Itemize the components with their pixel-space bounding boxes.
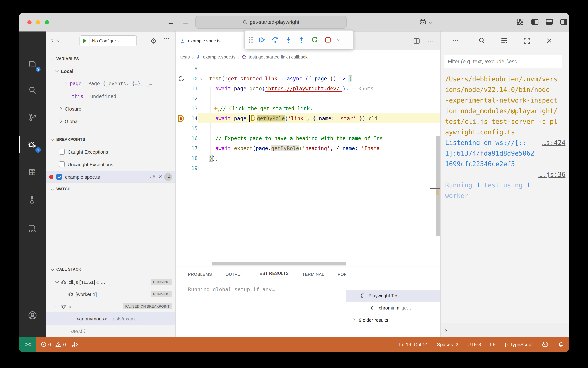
- tree-row-older-results[interactable]: 9 older results: [346, 314, 440, 326]
- continue-icon[interactable]: [258, 36, 266, 44]
- indentation[interactable]: Spaces: 2: [437, 342, 458, 347]
- tab-test-results[interactable]: TEST RESULTS: [257, 271, 289, 277]
- code-line-19[interactable]: 19: [176, 163, 440, 173]
- tab-example-spec[interactable]: example.spec.ts: [176, 31, 250, 50]
- forward-arrow-icon[interactable]: →: [182, 17, 190, 27]
- tab-output[interactable]: OUTPUT: [225, 272, 243, 276]
- toggle-secondary-sidebar-icon[interactable]: [560, 19, 567, 25]
- editor-horizontal-scrollbar[interactable]: [212, 262, 346, 266]
- code-line-15[interactable]: 15: [176, 123, 440, 133]
- line-number[interactable]: 14: [187, 113, 198, 123]
- debug-status-icon[interactable]: [72, 341, 79, 348]
- breakpoint-file-row[interactable]: example.spec.ts t✎ ✕ 14: [46, 171, 175, 183]
- split-editor-icon[interactable]: [414, 38, 420, 44]
- code-line-12[interactable]: 12: [176, 93, 440, 103]
- toolbar-drag-handle[interactable]: [249, 37, 253, 43]
- code-line-18[interactable]: 18});: [176, 153, 440, 163]
- line-number[interactable]: 18: [187, 153, 198, 163]
- code-line-17[interactable]: 17 await expect(page.getByRole('heading'…: [176, 143, 440, 153]
- code-line-11[interactable]: 11 await page.goto('https://playwright.d…: [176, 83, 440, 93]
- console-filter-icon[interactable]: [501, 38, 508, 44]
- expand-icon[interactable]: [524, 38, 530, 44]
- language-mode[interactable]: {}TypeScript: [505, 342, 533, 347]
- step-into-icon[interactable]: [285, 36, 292, 44]
- tree-row-playwright[interactable]: Playwright Tes…: [346, 290, 440, 302]
- scope-global[interactable]: Global: [46, 115, 175, 127]
- copilot-status-icon[interactable]: [542, 341, 549, 348]
- caught-exceptions-checkbox[interactable]: [59, 149, 65, 155]
- close-window-button[interactable]: [27, 20, 31, 24]
- activitybar-source-control[interactable]: [19, 107, 46, 128]
- editor-more-actions-icon[interactable]: ⋯: [427, 37, 434, 45]
- line-number[interactable]: 10: [187, 74, 198, 83]
- remote-indicator[interactable]: ><: [19, 337, 36, 352]
- callstack-session-row[interactable]: cli.js [41151] « … RUNNING: [46, 276, 175, 288]
- console-output[interactable]: /Users/debbieobrien/.nvm/versions/node/v…: [445, 74, 566, 201]
- code-line-10[interactable]: 10test('get started link', async ({ page…: [176, 74, 440, 83]
- editor-vertical-scrollbar[interactable]: [436, 64, 440, 266]
- close-icon[interactable]: [546, 38, 552, 44]
- notifications-bell-icon[interactable]: [558, 341, 564, 348]
- breadcrumb-folder[interactable]: tests: [180, 54, 190, 59]
- activitybar-extensions[interactable]: [19, 162, 46, 183]
- code-text[interactable]: await page.getByRole('link', { name: 'st…: [207, 113, 440, 123]
- uncaught-exceptions-row[interactable]: Uncaught Exceptions: [46, 158, 175, 170]
- line-number[interactable]: 9: [187, 64, 198, 74]
- back-arrow-icon[interactable]: ←: [167, 17, 175, 27]
- line-number[interactable]: 13: [187, 103, 198, 113]
- show-more-link[interactable]: Show 5 More: Skipped by skip!: [46, 335, 175, 337]
- step-out-icon[interactable]: [298, 36, 305, 44]
- uncaught-exceptions-checkbox[interactable]: [59, 161, 65, 167]
- breakpoints-section-header[interactable]: BREAKPOINTS: [46, 133, 175, 146]
- variable-page-row[interactable]: page=Page {_events: {…}, _…: [46, 77, 175, 90]
- step-over-icon[interactable]: [271, 36, 279, 44]
- debug-settings-gear-icon[interactable]: ⚙: [150, 37, 157, 45]
- activitybar-log[interactable]: LOG: [19, 217, 46, 238]
- callstack-paused-row[interactable]: p… PAUSED ON BREAKPOINT: [46, 300, 175, 313]
- callstack-frame-row[interactable]: <anonymous> tests/exam…: [46, 313, 175, 325]
- line-number[interactable]: 19: [187, 163, 198, 173]
- copilot-icon[interactable]: [419, 18, 427, 26]
- line-number[interactable]: 16: [187, 133, 198, 143]
- code-text[interactable]: test('get started link', async ({ page }…: [207, 74, 440, 83]
- toggle-panel-icon[interactable]: [546, 19, 553, 25]
- command-center-search[interactable]: get-started-playwright: [195, 16, 347, 29]
- activitybar-explorer[interactable]: [19, 54, 46, 74]
- activitybar-run-debug[interactable]: 1: [19, 134, 46, 155]
- vscroll-slider[interactable]: [436, 136, 440, 236]
- restart-icon[interactable]: [311, 36, 319, 44]
- callstack-worker-row[interactable]: [worker 1] RUNNING: [46, 288, 175, 300]
- watch-section-header[interactable]: WATCH: [46, 183, 175, 195]
- variable-this-row[interactable]: this=undefined: [46, 90, 175, 102]
- paused-breakpoint-icon[interactable]: [178, 115, 184, 122]
- code-text[interactable]: [207, 123, 440, 133]
- code-text[interactable]: // Expects page to have a heading with t…: [207, 133, 440, 143]
- activitybar-accounts[interactable]: [19, 305, 46, 326]
- fold-chevron-icon[interactable]: [200, 77, 204, 81]
- callstack-section-header[interactable]: CALL STACK: [46, 263, 175, 276]
- code-line-14[interactable]: 14 await page.getByRole('link', { name: …: [176, 113, 440, 123]
- encoding[interactable]: UTF-8: [467, 342, 481, 347]
- copilot-chevron-icon[interactable]: [429, 20, 432, 24]
- code-text[interactable]: [207, 93, 440, 103]
- activitybar-testing[interactable]: [19, 190, 46, 210]
- toggle-primary-sidebar-icon[interactable]: [531, 19, 539, 25]
- scope-closure[interactable]: Closure: [46, 102, 175, 115]
- caught-exceptions-row[interactable]: Caught Exceptions: [46, 146, 175, 158]
- breadcrumb-symbol[interactable]: test('get started link') callback: [249, 54, 308, 59]
- zoom-window-button[interactable]: [45, 20, 49, 24]
- code-text[interactable]: [207, 163, 440, 173]
- code-text[interactable]: [207, 64, 440, 74]
- tab-problems[interactable]: PROBLEMS: [188, 272, 212, 276]
- cursor-position[interactable]: Ln 14, Col 14: [399, 342, 428, 347]
- code-editor[interactable]: 910test('get started link', async ({ pag…: [176, 64, 440, 266]
- breakpoint-remove-icon[interactable]: ✕: [158, 174, 162, 180]
- problems-status[interactable]: 0 0: [41, 342, 66, 347]
- activitybar-search[interactable]: [19, 80, 46, 100]
- start-debug-icon[interactable]: [83, 38, 87, 43]
- code-line-13[interactable]: 13 // Click the get started link.: [176, 103, 440, 113]
- eol-sequence[interactable]: LF: [490, 342, 496, 347]
- scope-local[interactable]: Local: [46, 65, 175, 77]
- code-text[interactable]: // Click the get started link.: [207, 103, 440, 113]
- debug-toolbar[interactable]: [244, 30, 354, 49]
